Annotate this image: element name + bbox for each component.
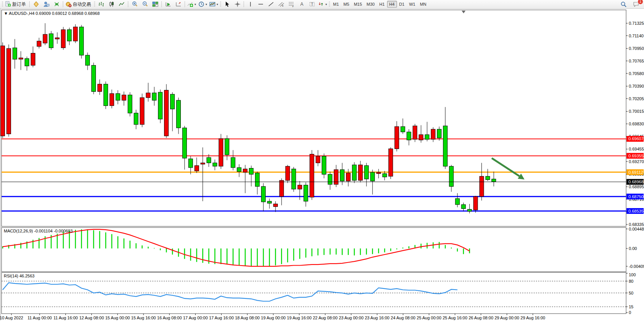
timeframe-M15-button[interactable]: M15 [352,1,364,8]
price-tick-label: 0.69830 [629,122,644,126]
toolbar-separator [63,1,63,7]
chart-window[interactable]: 0.713250.711400.709500.707650.705800.703… [0,9,644,322]
zoom-out-button[interactable] [140,0,150,8]
notifications-button[interactable]: 1 [631,0,641,8]
price-chart-canvas[interactable]: 0.713250.711400.709500.707650.705800.703… [0,9,644,322]
time-tick-label: 18 Aug 08:00 [235,316,260,320]
toolbar-separator [128,1,128,7]
vertical-line-tool-button[interactable] [245,0,255,8]
periods-button[interactable]: ▾ [197,0,208,8]
timeframe-H1-button[interactable]: H1 [377,1,387,8]
trendline-tool-button[interactable] [266,0,276,8]
shapes-arrows-icon [318,1,324,7]
rsi-tick-label: 100 [629,272,636,277]
new-order-icon [5,1,11,7]
cursor-tool-button[interactable] [222,0,232,8]
fibonacci-tool-button[interactable]: F [286,0,296,8]
toolbar-separator [29,1,30,7]
rsi-tick-label: 80 [629,279,633,284]
timeframe-W1-button[interactable]: W1 [407,1,418,8]
chart-symbol-quote: ▼ AUDUSD-,H4 0.69009 0.69012 0.68968 0.6… [4,11,100,16]
signal-icon [54,1,60,7]
svg-text:0.68535: 0.68535 [628,209,644,213]
indicators-add-icon [187,1,193,7]
auto-trading-label: 自动交易 [73,1,91,8]
auto-scroll-button[interactable] [163,0,173,8]
data-window-button[interactable] [51,0,62,8]
price-tick-label: 0.71325 [629,21,644,26]
arrows-tool-button[interactable]: ▾ [317,0,328,8]
toolbar-grip[interactable] [329,2,330,7]
rsi-tick-label: 0 [629,310,631,315]
text-tool-button[interactable]: A [296,0,307,8]
toolbar-separator [244,1,244,7]
toolbar-separator [161,1,162,7]
timeframe-D1-button[interactable]: D1 [397,1,407,8]
bar-chart-mode-button[interactable] [96,0,106,8]
price-tick-label: 0.70765 [629,59,644,63]
timeframe-H4-button[interactable]: H4 [387,1,397,8]
market-watch-button[interactable] [41,0,51,8]
line-chart-mode-button[interactable] [116,0,127,8]
price-tick-label: 0.68895 [629,184,644,189]
time-tick-label: 23 Aug 00:00 [339,316,363,320]
crosshair-icon [234,1,241,7]
new-order-label: 新订单 [12,1,26,8]
text-icon: A [299,1,305,7]
rsi-label: RSI(14) 46.2563 [4,274,35,278]
tile-windows-button[interactable] [150,0,160,8]
zoom-out-icon [142,1,148,7]
template-icon [209,1,215,7]
profiles-icon [33,1,39,7]
price-tick-label: 0.70390 [629,84,644,88]
time-tick-label: 17 Aug 00:00 [183,316,208,320]
toolbar-grip[interactable] [94,2,95,7]
candlestick-mode-button[interactable] [106,0,116,8]
time-tick-label: 25 Aug 00:00 [417,316,442,320]
price-tick-label: 0.70015 [629,109,644,114]
channel-icon: E [278,1,284,7]
crosshair-tool-button[interactable] [232,0,242,8]
arrows-dropdown-caret: ▾ [325,3,327,6]
auto-scroll-icon [165,1,171,7]
line-chart-icon [119,1,125,7]
periods-dropdown-caret: ▾ [206,3,207,6]
indicators-dropdown-caret: ▾ [194,3,196,6]
time-tick-label: 17 Aug 16:00 [209,316,234,320]
timeframe-buttons: M1M5M15M30H1H4D1W1MN [331,1,429,8]
toolbar-grip[interactable] [220,2,221,7]
time-tick-label: 15 Aug 16:00 [131,316,156,320]
toolbar-separator [185,1,185,7]
horizontal-line-tool-button[interactable] [255,0,266,8]
text-label-tool-button[interactable]: T [307,0,317,8]
auto-trading-button[interactable]: 自动交易 [64,0,93,8]
macd-tick-label: 0.00 [629,246,637,251]
timeframe-M5-button[interactable]: M5 [341,1,351,8]
tile-windows-icon [152,1,158,7]
zoom-in-button[interactable] [129,0,140,8]
price-tick-label: 0.69455 [629,147,644,151]
new-order-button[interactable]: 新订单 [4,0,28,8]
macd-pane[interactable] [2,227,626,272]
svg-text:0.69607: 0.69607 [628,136,644,141]
chart-shift-button[interactable] [173,0,183,8]
time-tick-label: 12 Aug 08:00 [79,316,104,320]
time-tick-label: 11 Aug 00:00 [27,316,52,320]
candlestick-icon [108,1,115,7]
timeframe-M1-button[interactable]: M1 [331,1,341,8]
equidistant-channel-tool-button[interactable]: E [276,0,286,8]
rsi-tick-label: 50 [629,291,633,295]
toolbar-grip[interactable] [2,2,3,7]
time-tick-label: 23 Aug 16:00 [365,316,389,320]
search-button[interactable] [618,0,629,8]
svg-text:T: T [311,2,313,6]
timeframe-MN-button[interactable]: MN [418,1,429,8]
time-tick-label: 11 Aug 16:00 [53,316,78,320]
indicators-button[interactable]: ▾ [186,0,197,8]
templates-button[interactable]: ▾ [208,0,219,8]
profiles-button[interactable] [31,0,41,8]
time-tick-label: 19 Aug 00:00 [261,316,286,320]
svg-text:0.68968: 0.68968 [628,179,644,184]
timeframe-M30-button[interactable]: M30 [364,1,377,8]
bar-chart-icon [98,1,104,7]
